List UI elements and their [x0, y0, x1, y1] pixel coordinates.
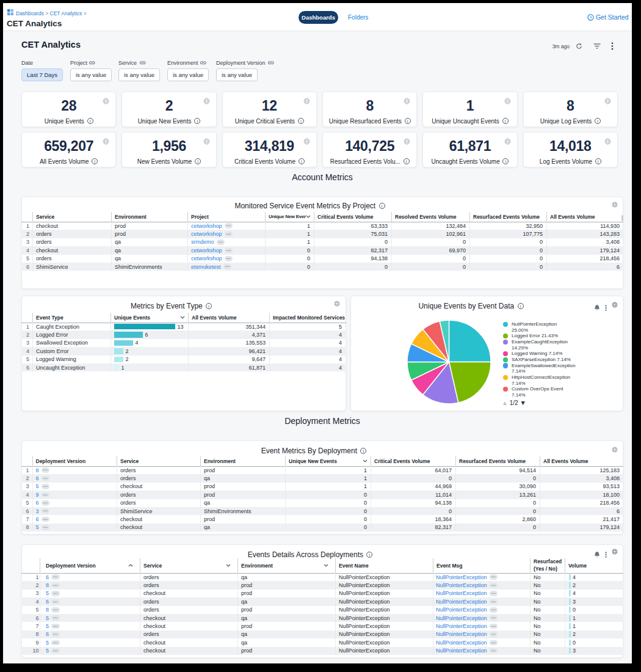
svg-text:?: ? [590, 16, 592, 20]
